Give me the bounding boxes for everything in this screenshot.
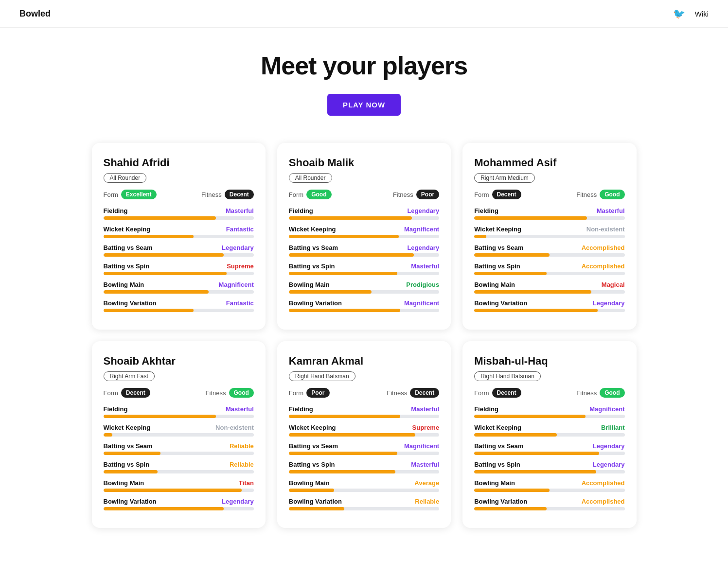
form-label: Form [104,191,118,198]
stat-bar-fill [104,489,242,492]
stat-bar-fill [289,253,414,257]
page-title: Meet your players [10,51,718,80]
stat-bar-track [289,235,439,238]
stat-label: Batting vs Spin [474,461,520,468]
stat-row: Fielding Masterful [289,405,439,418]
stat-bar-fill [289,507,344,510]
stat-value: Legendary [222,244,254,251]
stat-bar-fill [289,470,396,473]
player-name: Shoaib Malik [289,157,439,169]
role-badge: Right Arm Medium [474,173,535,183]
stat-bar-fill [289,309,400,312]
form-label: Form [104,389,118,397]
stat-label: Wicket Keeping [289,226,336,233]
stat-label: Wicket Keeping [104,424,151,431]
player-card: Shoaib Akhtar Right Arm Fast Form Decent… [92,341,266,528]
stat-value: Magnificent [404,299,439,307]
stat-bar-fill [289,290,372,294]
form-badge: Decent [121,388,150,398]
stat-row: Batting vs Seam Reliable [104,442,254,455]
stat-value: Accomplished [582,244,625,251]
form-badge: Good [306,190,331,199]
stat-bar-fill [474,253,550,257]
stat-bar-track [289,290,439,294]
stat-label: Bowling Main [474,479,515,487]
stat-label: Bowling Variation [289,498,342,505]
stat-bar-track [104,415,254,418]
players-grid: Shahid Afridi All Rounder Form Excellent… [72,131,656,551]
stat-bar-fill [289,452,397,455]
stat-row: Bowling Main Average [289,479,439,492]
stat-label: Batting vs Seam [104,442,153,450]
form-label: Form [289,191,303,198]
stat-bar-track [289,470,439,473]
stat-bar-track [104,253,254,257]
stat-value: Masterful [226,207,254,214]
player-card: Mohammed Asif Right Arm Medium Form Dece… [462,143,636,330]
stat-bar-fill [104,415,216,418]
form-label: Form [474,191,489,198]
form-fitness-row: Form Decent Fitness Good [474,388,624,398]
role-badge: All Rounder [289,173,332,183]
stat-value: Legendary [593,442,625,450]
stat-bar-fill [104,433,113,437]
stat-label: Fielding [104,207,128,214]
stat-label: Bowling Variation [104,498,157,505]
stat-label: Wicket Keeping [474,424,521,431]
stat-bar-fill [474,216,587,220]
player-name: Shahid Afridi [104,157,254,169]
form-badge: Decent [492,388,521,398]
stat-bar-track [104,290,254,294]
stat-row: Wicket Keeping Brilliant [474,424,624,437]
player-card: Misbah-ul-Haq Right Hand Batsman Form De… [462,341,636,528]
stat-row: Fielding Magnificent [474,405,624,418]
stat-label: Fielding [289,207,313,214]
stat-bar-track [474,309,624,312]
player-card: Kamran Akmal Right Hand Batsman Form Poo… [277,341,451,528]
player-name: Misbah-ul-Haq [474,355,624,368]
stat-bar-fill [474,452,599,455]
stat-row: Fielding Masterful [104,207,254,220]
wiki-link[interactable]: Wiki [695,10,709,18]
stat-bar-fill [104,272,227,275]
stat-row: Fielding Masterful [474,207,624,220]
stat-bar-track [289,507,439,510]
stat-bar-fill [289,235,399,238]
stat-label: Bowling Main [474,281,515,288]
stat-row: Batting vs Spin Masterful [289,263,439,275]
stat-bar-fill [104,309,194,312]
form-badge: Poor [306,388,329,398]
stat-bar-fill [104,253,224,257]
stat-value: Titan [239,479,254,487]
stat-value: Magnificent [404,442,439,450]
stat-value: Legendary [593,461,625,468]
nav-links: 🐦 Wiki [673,8,709,19]
role-badge: Right Hand Batsman [289,371,355,381]
stat-bar-track [289,309,439,312]
stat-bar-fill [474,309,598,312]
stat-bar-track [289,253,439,257]
stat-value: Reliable [415,498,439,505]
form-label: Form [474,389,489,397]
stat-row: Batting vs Spin Reliable [104,461,254,473]
stat-value: Reliable [230,461,254,468]
stat-value: Magnificent [404,226,439,233]
form-fitness-row: Form Poor Fitness Decent [289,388,439,398]
stat-value: Non-existent [586,226,625,233]
play-now-button[interactable]: PLAY NOW [327,94,401,116]
player-name: Kamran Akmal [289,355,439,368]
stat-bar-track [474,452,624,455]
stat-bar-track [104,216,254,220]
form-fitness-row: Form Decent Fitness Good [104,388,254,398]
stat-bar-fill [104,507,224,510]
twitter-icon[interactable]: 🐦 [673,8,685,19]
stat-bar-fill [289,433,415,437]
form-badge: Excellent [121,190,157,199]
stat-row: Wicket Keeping Non-existent [104,424,254,437]
stat-bar-track [474,290,624,294]
stat-bar-track [474,216,624,220]
stat-bar-fill [104,216,216,220]
stat-value: Masterful [411,461,439,468]
stat-row: Wicket Keeping Non-existent [474,226,624,238]
stat-bar-fill [474,272,546,275]
